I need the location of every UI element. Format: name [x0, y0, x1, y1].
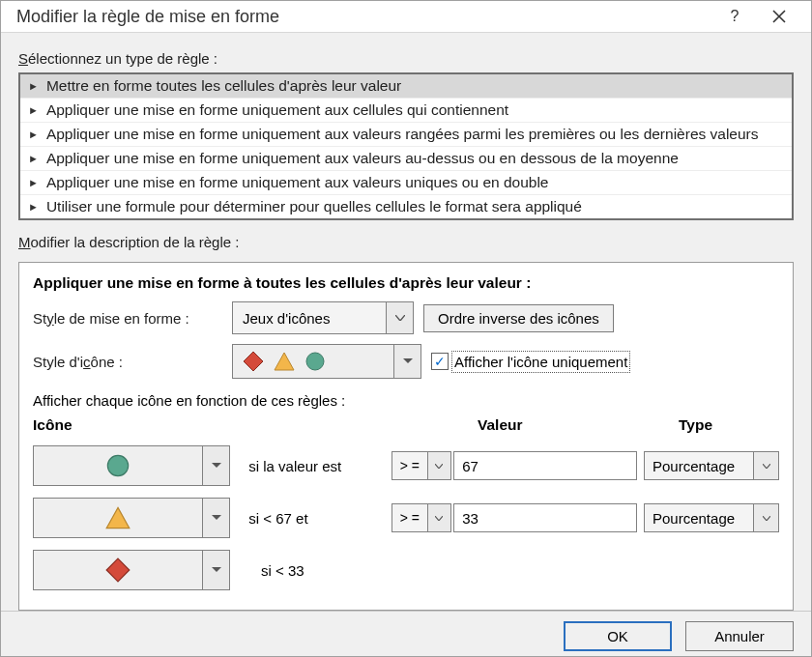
chevron-down-icon[interactable]: [202, 499, 229, 537]
green-circle-icon: [304, 351, 326, 372]
red-diamond-icon: [243, 351, 264, 372]
red-diamond-icon: [34, 551, 202, 589]
rule-columns-header: Icône Valeur Type: [33, 416, 779, 440]
svg-marker-8: [106, 558, 130, 582]
condition-text-1: si la valeur est: [248, 445, 392, 486]
bullet-icon: ►: [28, 201, 39, 213]
dialog-title: Modifier la règle de mise en forme: [11, 7, 712, 27]
yellow-triangle-icon: [274, 351, 295, 372]
rule-type-item-cells-contain[interactable]: ► Appliquer une mise en forme uniquement…: [20, 99, 792, 123]
value-field-2[interactable]: [454, 504, 653, 531]
chevron-down-icon[interactable]: [753, 504, 778, 531]
icon-picker-2[interactable]: [33, 498, 230, 538]
cancel-button[interactable]: Annuler: [685, 621, 794, 651]
ok-button[interactable]: OK: [564, 621, 672, 651]
svg-marker-2: [275, 353, 294, 370]
help-icon: ?: [726, 8, 743, 25]
rule-type-item-formula[interactable]: ► Utiliser une formule pour déterminer p…: [20, 195, 792, 218]
display-each-icon-label: Afficher chaque icône en fonction de ces…: [33, 392, 779, 409]
svg-marker-6: [106, 507, 130, 528]
close-icon: [772, 10, 786, 23]
svg-text:?: ?: [731, 8, 740, 24]
select-rule-type-label: Sélectionnez un type de règle :: [18, 50, 794, 67]
bullet-icon: ►: [28, 129, 39, 140]
rule-description-panel: Appliquer une mise en forme à toutes les…: [18, 262, 794, 611]
dialog-edit-formatting-rule: Modifier la règle de mise en forme ? Sél…: [0, 0, 812, 657]
chevron-down-icon[interactable]: [202, 446, 229, 485]
rule-type-list[interactable]: ► Mettre en forme toutes les cellules d'…: [18, 72, 794, 220]
type-combo-1[interactable]: Pourcentage: [644, 451, 779, 480]
rule-type-item-top-bottom[interactable]: ► Appliquer une mise en forme uniquement…: [20, 123, 792, 147]
green-circle-icon: [34, 446, 202, 485]
icon-rule-row-1: si la valeur est > =: [33, 440, 779, 492]
col-header-type: Type: [679, 416, 779, 440]
bullet-icon: ►: [28, 177, 39, 188]
chevron-down-icon[interactable]: [427, 452, 450, 479]
bullet-icon: ►: [28, 153, 39, 164]
operator-combo-1[interactable]: > =: [392, 451, 451, 480]
chevron-down-icon[interactable]: [393, 345, 420, 378]
bullet-icon: ►: [28, 104, 39, 116]
format-style-value: Jeux d'icônes: [233, 306, 386, 330]
icon-picker-1[interactable]: [33, 445, 230, 486]
rule-type-item-unique-duplicate[interactable]: ► Appliquer une mise en forme uniquement…: [20, 171, 792, 195]
type-combo-2[interactable]: Pourcentage: [644, 503, 779, 532]
value-field-1[interactable]: [454, 452, 653, 479]
value-input-2[interactable]: [453, 503, 637, 532]
bullet-icon: ►: [28, 80, 39, 92]
value-input-1[interactable]: [453, 451, 637, 480]
col-header-value: Valeur: [478, 416, 679, 440]
condition-text-3: si < 33: [261, 550, 412, 590]
format-style-label: Style de mise en forme :: [33, 310, 222, 327]
condition-text-2: si < 67 et: [248, 498, 392, 538]
icon-picker-3[interactable]: [33, 550, 230, 590]
format-style-combo[interactable]: Jeux d'icônes: [232, 301, 414, 334]
checkbox-checked-icon: ✓: [431, 353, 449, 370]
icon-style-label: Style d'icône :: [33, 354, 222, 370]
chevron-down-icon[interactable]: [202, 551, 229, 589]
icon-style-preview: [233, 351, 393, 372]
icon-style-combo[interactable]: [232, 344, 421, 379]
svg-marker-1: [244, 352, 263, 371]
close-button[interactable]: [757, 1, 801, 32]
description-heading: Appliquer une mise en forme à toutes les…: [33, 274, 779, 292]
dialog-content: Sélectionnez un type de règle : ► Mettre…: [1, 33, 811, 611]
chevron-down-icon[interactable]: [386, 302, 413, 333]
icon-rule-row-2: si < 67 et > =: [33, 492, 779, 544]
icon-rule-row-3: si < 33: [33, 544, 779, 596]
rule-type-item-format-all-by-value[interactable]: ► Mettre en forme toutes les cellules d'…: [20, 74, 792, 99]
show-icon-only-checkbox[interactable]: ✓ Afficher l'icône uniquement: [431, 353, 627, 370]
dialog-footer: OK Annuler: [1, 611, 811, 657]
edit-description-label: Modifier la description de la règle :: [18, 234, 794, 250]
svg-point-4: [107, 455, 128, 475]
help-button[interactable]: ?: [712, 1, 757, 32]
svg-point-3: [306, 353, 324, 370]
col-header-icon: Icône: [33, 416, 261, 440]
chevron-down-icon[interactable]: [753, 452, 778, 479]
titlebar: Modifier la règle de mise en forme ?: [1, 1, 811, 33]
chevron-down-icon[interactable]: [427, 504, 450, 531]
show-icon-only-label: Afficher l'icône uniquement: [454, 354, 627, 370]
operator-combo-2[interactable]: > =: [392, 503, 451, 532]
reverse-icon-order-button[interactable]: Ordre inverse des icônes: [423, 304, 614, 332]
rule-type-item-above-below-avg[interactable]: ► Appliquer une mise en forme uniquement…: [20, 147, 792, 171]
yellow-triangle-icon: [34, 499, 202, 537]
